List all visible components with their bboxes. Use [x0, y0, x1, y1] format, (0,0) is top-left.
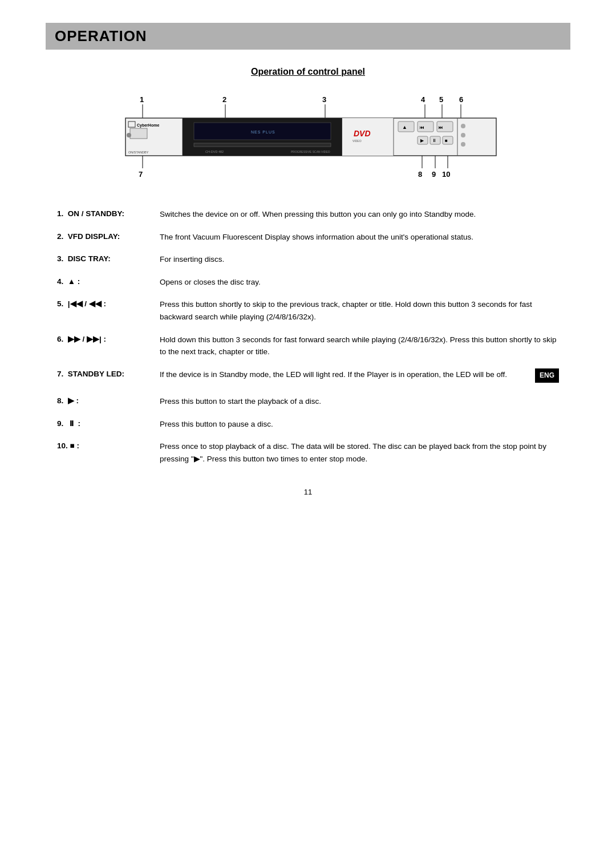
item-label: 3. DISC TRAY: [57, 253, 160, 265]
svg-point-44 [461, 142, 465, 147]
item-label: 9. ⏸ : [57, 418, 160, 429]
svg-text:▲: ▲ [402, 124, 407, 130]
page-number: 11 [46, 488, 570, 496]
subsection-title: Operation of control panel [46, 67, 570, 77]
section-title: OPERATION [55, 27, 561, 45]
list-item: 9. ⏸ : Press this button to pause a disc… [57, 418, 559, 431]
item-text: Press this button to start the playback … [160, 395, 559, 408]
item-label: 6. ▶▶ / ▶▶| : [57, 334, 160, 345]
description-list: 1. ON / STANDBY: Switches the device on … [46, 208, 570, 465]
list-item: 6. ▶▶ / ▶▶| : Hold down this button 3 se… [57, 334, 559, 358]
list-item: 1. ON / STANDBY: Switches the device on … [57, 208, 559, 221]
item-label: 10. ■ : [57, 440, 160, 452]
item-text: Press this button to pause a disc. [160, 418, 559, 431]
item-label: 2. VFD DISPLAY: [57, 231, 160, 242]
svg-text:NES PLUS: NES PLUS [251, 130, 275, 134]
list-item: 5. |◀◀ / ◀◀ : Press this button shortly … [57, 298, 559, 323]
item-text: Hold down this button 3 seconds for fast… [160, 334, 559, 358]
svg-rect-40 [443, 136, 453, 144]
svg-text:CyberHome: CyberHome [137, 123, 159, 128]
svg-text:ON/STANDBY: ON/STANDBY [128, 151, 149, 154]
svg-text:5: 5 [439, 95, 443, 104]
svg-text:VIDEO: VIDEO [352, 139, 362, 143]
svg-point-18 [127, 133, 131, 137]
item-text: Opens or closes the disc tray. [160, 276, 559, 289]
item-text: The front Vacuum Fluorescent Display sho… [160, 231, 559, 244]
svg-text:▶: ▶ [420, 138, 424, 143]
svg-rect-16 [130, 128, 147, 139]
item-text: For inserting discs. [160, 253, 559, 266]
svg-text:10: 10 [442, 170, 450, 179]
svg-text:2: 2 [222, 95, 226, 104]
list-item: 4. ▲ : Opens or closes the disc tray. [57, 276, 559, 289]
item-label: 7. STANDBY LED: [57, 368, 160, 380]
svg-text:⏸: ⏸ [432, 138, 436, 143]
item-label: 4. ▲ : [57, 276, 160, 287]
item-text: Press this button shortly to skip to the… [160, 298, 559, 323]
item-label: 1. ON / STANDBY: [57, 208, 160, 220]
device-diagram: 1 2 3 4 5 6 CyberHome [46, 94, 570, 185]
list-item: 7. STANDBY LED: ENG If the device is in … [57, 368, 559, 385]
svg-point-43 [461, 133, 465, 137]
svg-text:⏮: ⏮ [420, 125, 424, 130]
item-text: Switches the device on or off. When pres… [160, 208, 559, 221]
svg-point-42 [461, 124, 465, 128]
svg-rect-21 [194, 143, 331, 147]
item-text: ENG If the device is in Standby mode, th… [160, 368, 559, 385]
svg-text:DVD: DVD [354, 129, 371, 138]
svg-text:■: ■ [445, 138, 448, 143]
svg-text:1: 1 [140, 95, 144, 104]
list-item: 8. ▶ : Press this button to start the pl… [57, 395, 559, 408]
list-item: 3. DISC TRAY: For inserting discs. [57, 253, 559, 266]
list-item: 10. ■ : Press once to stop playback of a… [57, 440, 559, 465]
control-panel-diagram: 1 2 3 4 5 6 CyberHome [108, 94, 508, 185]
svg-text:PROGRESSIVE SCAN VIDEO: PROGRESSIVE SCAN VIDEO [291, 150, 330, 153]
item-label: 5. |◀◀ / ◀◀ : [57, 298, 160, 310]
item-text: Press once to stop playback of a disc. T… [160, 440, 559, 465]
svg-text:⏭: ⏭ [439, 125, 443, 130]
eng-badge: ENG [535, 368, 559, 383]
svg-text:3: 3 [322, 95, 326, 104]
section-header: OPERATION [46, 23, 570, 50]
item-label: 8. ▶ : [57, 395, 160, 407]
list-item: 2. VFD DISPLAY: The front Vacuum Fluores… [57, 231, 559, 244]
svg-text:8: 8 [418, 170, 422, 179]
svg-text:7: 7 [139, 170, 143, 179]
svg-text:4: 4 [421, 95, 425, 104]
svg-text:6: 6 [459, 95, 463, 104]
svg-text:CH-DVD 482: CH-DVD 482 [205, 150, 224, 153]
svg-text:9: 9 [432, 170, 436, 179]
